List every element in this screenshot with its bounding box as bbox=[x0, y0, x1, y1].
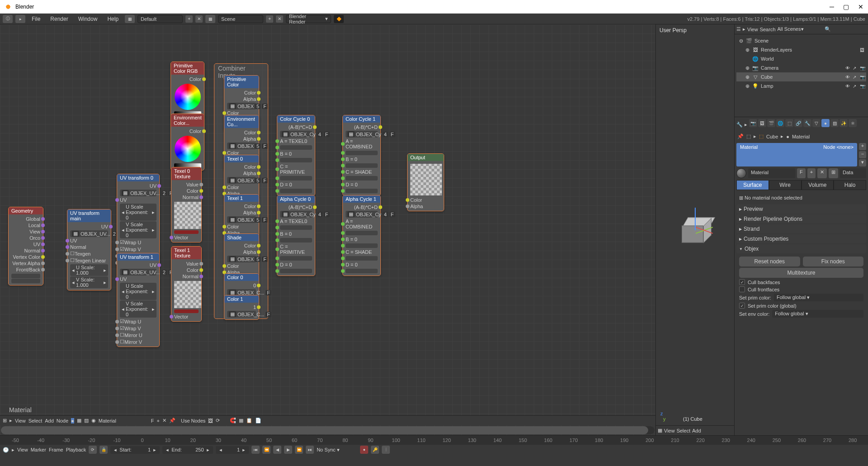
slot-menu-button[interactable]: ▾ bbox=[859, 159, 866, 166]
minimize-button[interactable]: ─ bbox=[830, 3, 834, 10]
socket-alpha[interactable]: Alpha bbox=[227, 209, 256, 216]
geo-field1[interactable] bbox=[11, 274, 40, 278]
socket-c[interactable]: C = PRIMITIVE bbox=[280, 163, 312, 175]
outliner-tree[interactable]: ⊖🎬Scene⊕🖼RenderLayers🖼🌐World⊕📷Camera👁↗📷⊕… bbox=[735, 34, 868, 92]
menu-view[interactable]: View bbox=[664, 428, 675, 433]
tab-material-icon[interactable]: ● bbox=[821, 119, 830, 127]
wrapu[interactable]: ☑ Wrap U bbox=[120, 239, 157, 246]
socket-alpha[interactable]: Alpha bbox=[227, 170, 256, 176]
tab-surface[interactable]: Surface bbox=[736, 180, 769, 190]
node-uv-main[interactable]: UV transform main UV ▦OBJEX_UV...2F UV N… bbox=[67, 209, 111, 290]
node-editor[interactable]: Geometry Global Local View Orco UV Norma… bbox=[0, 24, 655, 435]
outliner-item[interactable]: 🌐World bbox=[736, 54, 866, 63]
socket-uv[interactable]: UV bbox=[11, 241, 40, 247]
browse-field[interactable]: ▦OBJEX_UV...2F bbox=[120, 190, 157, 196]
mirroru[interactable]: ☐ Mirror U bbox=[120, 332, 157, 338]
delete-button[interactable]: ✕ bbox=[162, 418, 166, 423]
socket-color[interactable]: Color bbox=[174, 188, 199, 194]
node-alpha-cycle0[interactable]: Alpha Cycle 0 (A-B)*C+D ▦OBJEX_Cy4F A = … bbox=[277, 195, 315, 276]
key-dropdown-icon[interactable]: 🔑 bbox=[371, 446, 379, 454]
play-reverse-icon[interactable]: ◀ bbox=[273, 446, 281, 454]
play-icon[interactable]: ▶ bbox=[284, 446, 292, 454]
node-header[interactable]: Color 0 bbox=[224, 274, 259, 281]
fake-user-button[interactable]: F bbox=[797, 168, 806, 178]
socket-uv-in[interactable]: UV bbox=[120, 197, 157, 203]
menu-file[interactable]: File bbox=[28, 15, 44, 23]
link-dropdown[interactable]: Data bbox=[840, 168, 866, 178]
socket-color[interactable]: Color bbox=[174, 128, 201, 134]
next-key-icon[interactable]: ⏩ bbox=[295, 446, 303, 454]
editor-type-icon[interactable]: ⊞ bbox=[3, 418, 7, 423]
tab-constraint-icon[interactable]: 🔗 bbox=[794, 119, 802, 127]
u-scale[interactable]: ◂ U Scale: 1.000 ▸ bbox=[70, 264, 108, 276]
menu-view[interactable]: View bbox=[15, 418, 26, 423]
texture-icon[interactable]: ▨ bbox=[84, 418, 89, 423]
node-header[interactable]: Color Cycle 1 bbox=[343, 115, 380, 123]
3d-viewport[interactable]: User Persp z y (1) Cube ▦ View Select Ad… bbox=[655, 24, 735, 435]
outliner-item[interactable]: ⊖🎬Scene bbox=[736, 36, 866, 45]
browse-field[interactable]: ▦OBJEX_Cy4F bbox=[346, 211, 378, 218]
panel-preview[interactable]: Preview bbox=[736, 204, 866, 214]
start-frame-field[interactable]: ◂ Start: 1 ▸ bbox=[110, 446, 160, 454]
socket-color[interactable]: Color bbox=[174, 76, 201, 82]
node-geometry[interactable]: Geometry Global Local View Orco UV Norma… bbox=[8, 207, 43, 285]
node-env-rgb[interactable]: Environment Color... Color bbox=[171, 114, 204, 171]
socket-d[interactable]: D = 0 bbox=[280, 262, 312, 268]
node-texel1[interactable]: Texel 1 Color Alpha ▦OBJEX5F Color Alpha bbox=[224, 194, 259, 238]
socket-b[interactable]: B = 0 bbox=[280, 231, 312, 237]
menu-render[interactable]: Render bbox=[47, 15, 71, 23]
tab-data-icon[interactable]: ▽ bbox=[812, 119, 821, 127]
node-header[interactable]: Environment Color... bbox=[171, 114, 204, 127]
range-icon[interactable]: ⟳ bbox=[89, 446, 97, 454]
tab-scene-icon[interactable]: 🎬 bbox=[767, 119, 775, 127]
lock-icon[interactable]: 🔒 bbox=[100, 446, 108, 454]
tab-volume[interactable]: Volume bbox=[802, 180, 834, 190]
node-header[interactable]: Color 1 bbox=[224, 295, 259, 303]
jump-start-icon[interactable]: ⏮ bbox=[251, 446, 260, 454]
multitexture-button[interactable]: Multitexture bbox=[739, 268, 863, 278]
browse-field[interactable]: ▦OBJEX_C...F bbox=[227, 311, 256, 318]
socket-alpha[interactable]: Alpha bbox=[227, 136, 256, 142]
socket-a[interactable]: A = TEXEL0 bbox=[280, 138, 312, 144]
node-header[interactable]: Primitive Color RGB bbox=[171, 62, 204, 75]
socket-c[interactable]: C = PRIMITIVE bbox=[280, 243, 312, 255]
chevron-icon[interactable]: ▸ bbox=[12, 447, 14, 453]
outliner-item[interactable]: ⊕📷Camera👁↗📷 bbox=[736, 63, 866, 72]
browse-field[interactable]: ▦OBJEX5F bbox=[227, 103, 256, 109]
node-header[interactable]: UV transform 0 bbox=[117, 174, 159, 181]
end-frame-field[interactable]: ◂ End: 250 ▸ bbox=[162, 446, 213, 454]
tab-texture-icon[interactable]: ▨ bbox=[830, 119, 839, 127]
socket-vector[interactable]: Vector bbox=[174, 314, 199, 320]
add-layout-button[interactable]: + bbox=[185, 15, 193, 23]
node-tx0-tex[interactable]: Texel 0 Texture Value Color Normal Vecto… bbox=[171, 167, 202, 243]
reset-nodes-button[interactable]: Reset nodes bbox=[739, 257, 800, 266]
close-button[interactable]: ✕ bbox=[858, 3, 863, 10]
panel-strand[interactable]: Strand bbox=[736, 224, 866, 233]
delete-mat-button[interactable]: ✕ bbox=[817, 168, 827, 178]
socket-color[interactable]: Color bbox=[227, 203, 256, 209]
socket-result[interactable]: (A-B)*C+D bbox=[346, 204, 378, 210]
socket-color[interactable]: 0 bbox=[227, 282, 256, 289]
material-slot-list[interactable]: Material Node <none> + − ▾ bbox=[736, 143, 866, 166]
autokey-button[interactable]: ● bbox=[360, 446, 368, 454]
socket-color[interactable]: Color bbox=[174, 267, 199, 273]
menu-search[interactable]: Search bbox=[760, 27, 776, 32]
node-header[interactable]: Texel 1 bbox=[224, 195, 259, 202]
node-output[interactable]: Output Color Alpha bbox=[407, 153, 444, 211]
tab-world-icon[interactable]: 🌐 bbox=[776, 119, 784, 127]
texture-preview[interactable] bbox=[174, 202, 201, 229]
cull-frontfaces-checkbox[interactable] bbox=[739, 286, 745, 292]
socket-color[interactable]: Color bbox=[410, 197, 441, 203]
browse-field[interactable]: ▦OBJEX_UV...2F bbox=[120, 269, 157, 276]
menu-node[interactable]: Node bbox=[57, 418, 68, 423]
socket-result[interactable]: (A-B)*C+D bbox=[280, 204, 312, 210]
editor-type-icon[interactable]: ▦ bbox=[658, 428, 662, 433]
socket-color-in[interactable]: Color bbox=[227, 223, 256, 230]
tab-wire[interactable]: Wire bbox=[769, 180, 802, 190]
layout-browse-icon[interactable]: ▦ bbox=[125, 15, 135, 23]
socket-uv-out[interactable]: UV bbox=[70, 223, 108, 230]
socket-value[interactable]: Value bbox=[174, 261, 199, 267]
socket-result[interactable]: (A-B)*C+D bbox=[280, 124, 312, 130]
node-prim-rgb[interactable]: Primitive Color RGB Color bbox=[171, 62, 204, 119]
f-button[interactable]: F bbox=[151, 418, 154, 423]
